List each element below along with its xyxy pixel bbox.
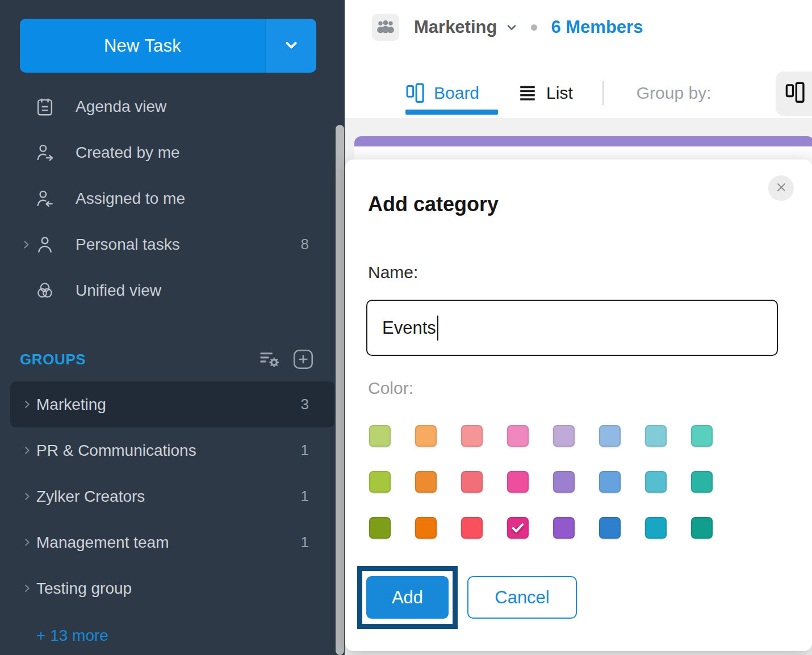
group-item-testing-group[interactable]: Testing group [10, 565, 334, 611]
group-item-management-team[interactable]: Management team 1 [10, 519, 334, 565]
chevron-down-icon [283, 36, 300, 56]
board-column-color-bar [354, 136, 812, 146]
color-swatch[interactable] [369, 471, 391, 493]
sidebar-item-agenda-view[interactable]: Agenda view [10, 83, 334, 129]
new-task-label: New Task [20, 19, 265, 73]
group-title-row: Marketing 6 Members [372, 12, 643, 42]
color-swatch[interactable] [415, 471, 437, 493]
new-task-dropdown[interactable] [265, 19, 316, 73]
color-swatch[interactable] [507, 425, 529, 447]
main-header: Marketing 6 Members Board [345, 0, 812, 118]
groups-list: Marketing 3 PR & Communications 1 Zylker… [0, 381, 345, 611]
group-count: 3 [301, 396, 309, 413]
show-more-groups-link[interactable]: + 13 more [36, 623, 108, 648]
group-item-zylker-creators[interactable]: Zylker Creators 1 [10, 473, 334, 519]
active-tab-underline [405, 110, 498, 115]
sidebar-item-assigned-to-me[interactable]: Assigned to me [10, 175, 334, 221]
sidebar-item-label: Created by me [76, 144, 309, 162]
tab-label: List [546, 83, 573, 103]
members-link[interactable]: 6 Members [551, 17, 643, 37]
checkmark-icon [509, 520, 526, 536]
groups-title: GROUPS [20, 351, 258, 368]
item-count: 8 [301, 236, 309, 253]
kanban-board-icon [405, 83, 425, 103]
group-label: Zylker Creators [36, 488, 301, 506]
color-swatch[interactable] [461, 517, 483, 539]
color-swatch[interactable] [691, 425, 713, 447]
separator-dot [531, 24, 537, 31]
color-swatch[interactable] [691, 517, 713, 539]
chevron-right-icon[interactable] [22, 537, 36, 548]
sidebar-item-label: Personal tasks [76, 236, 301, 254]
people-group-icon [375, 19, 396, 36]
group-name-title[interactable]: Marketing [414, 17, 497, 37]
color-swatch[interactable] [369, 517, 391, 539]
person-icon [34, 234, 60, 255]
color-swatch[interactable] [507, 517, 529, 539]
group-avatar [372, 14, 399, 41]
group-count: 1 [301, 442, 309, 459]
group-label: Marketing [36, 396, 301, 414]
kanban-board-icon [785, 82, 805, 106]
tab-list[interactable]: List [518, 83, 573, 103]
chevron-right-icon[interactable] [20, 239, 34, 250]
chevron-down-icon[interactable] [505, 20, 518, 34]
sidebar: New Task Agenda view Cre [0, 0, 345, 655]
color-grid [369, 425, 713, 539]
group-label: PR & Communications [36, 442, 301, 460]
color-swatch[interactable] [599, 425, 621, 447]
color-swatch[interactable] [461, 425, 483, 447]
sidebar-item-personal-tasks[interactable]: Personal tasks 8 [10, 221, 334, 267]
color-swatch[interactable] [691, 471, 713, 493]
sidebar-item-label: Assigned to me [76, 190, 309, 208]
color-swatch[interactable] [369, 425, 391, 447]
text-cursor [437, 316, 438, 341]
group-label: Management team [36, 534, 301, 552]
color-swatch[interactable] [415, 517, 437, 539]
group-by-selector-button[interactable] [776, 72, 812, 116]
close-button[interactable] [768, 175, 794, 201]
venn-circles-icon [34, 280, 60, 301]
person-arrow-left-icon [34, 188, 60, 209]
color-swatch[interactable] [415, 425, 437, 447]
sidebar-item-unified-view[interactable]: Unified view [10, 267, 334, 313]
color-swatch[interactable] [599, 471, 621, 493]
groups-header: GROUPS [0, 345, 345, 373]
chevron-right-icon[interactable] [22, 399, 36, 410]
color-swatch[interactable] [645, 425, 667, 447]
chevron-right-icon[interactable] [22, 445, 36, 456]
color-swatch[interactable] [461, 471, 483, 493]
group-label: Testing group [36, 580, 309, 598]
color-field-label: Color: [368, 379, 413, 398]
add-button[interactable]: Add [366, 576, 449, 619]
color-swatch[interactable] [507, 471, 529, 493]
chevron-right-icon[interactable] [22, 583, 36, 594]
color-swatch[interactable] [599, 517, 621, 539]
clipboard-icon [34, 96, 60, 117]
person-arrow-right-icon [34, 142, 60, 163]
color-swatch[interactable] [645, 471, 667, 493]
chevron-right-icon[interactable] [22, 491, 36, 502]
list-lines-icon [518, 83, 537, 103]
tab-board[interactable]: Board [405, 83, 479, 103]
color-swatch[interactable] [645, 517, 667, 539]
color-swatch[interactable] [553, 517, 575, 539]
tab-divider [602, 81, 604, 105]
group-item-pr-communications[interactable]: PR & Communications 1 [10, 427, 334, 473]
new-task-button[interactable]: New Task [20, 19, 316, 73]
group-item-marketing[interactable]: Marketing 3 [10, 381, 334, 427]
group-by-label: Group by: [637, 83, 711, 103]
category-name-input[interactable]: Events [366, 300, 778, 356]
add-group-icon[interactable] [291, 347, 315, 371]
cancel-button[interactable]: Cancel [467, 576, 577, 619]
color-swatch[interactable] [553, 471, 575, 493]
close-icon [774, 180, 789, 197]
color-swatch[interactable] [553, 425, 575, 447]
filter-gear-icon[interactable] [258, 349, 283, 370]
sidebar-item-label: Unified view [76, 282, 309, 300]
sidebar-item-label: Agenda view [76, 98, 309, 116]
sidebar-item-created-by-me[interactable]: Created by me [10, 129, 334, 175]
view-tabs: Board List Group by: [345, 73, 812, 114]
sidebar-scrollbar[interactable] [336, 125, 344, 655]
group-count: 1 [301, 534, 309, 551]
